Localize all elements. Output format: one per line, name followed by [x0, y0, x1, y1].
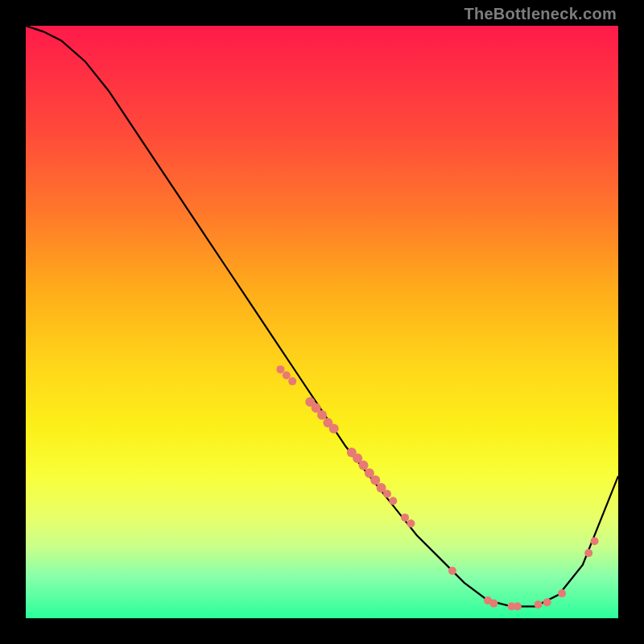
curve-svg: [26, 26, 618, 618]
data-marker: [329, 423, 339, 433]
data-marker: [401, 514, 409, 522]
data-marker: [558, 589, 566, 597]
data-marker: [370, 476, 380, 485]
marker-group: [276, 365, 598, 610]
bottleneck-curve: [26, 26, 618, 606]
data-marker: [359, 460, 369, 470]
data-marker: [591, 537, 599, 545]
data-marker: [389, 497, 397, 505]
chart-frame: TheBottleneck.com: [0, 0, 644, 644]
data-marker: [535, 601, 543, 609]
data-marker: [489, 600, 497, 608]
watermark-text: TheBottleneck.com: [464, 5, 617, 23]
data-marker: [288, 378, 296, 386]
data-marker: [514, 602, 522, 610]
data-marker: [317, 411, 327, 420]
data-marker: [383, 489, 391, 497]
data-marker: [448, 567, 456, 575]
plot-area: [26, 26, 618, 618]
data-marker: [407, 519, 415, 527]
data-marker: [584, 549, 592, 557]
data-marker: [543, 598, 551, 606]
data-marker: [283, 371, 291, 379]
data-marker: [276, 365, 284, 374]
